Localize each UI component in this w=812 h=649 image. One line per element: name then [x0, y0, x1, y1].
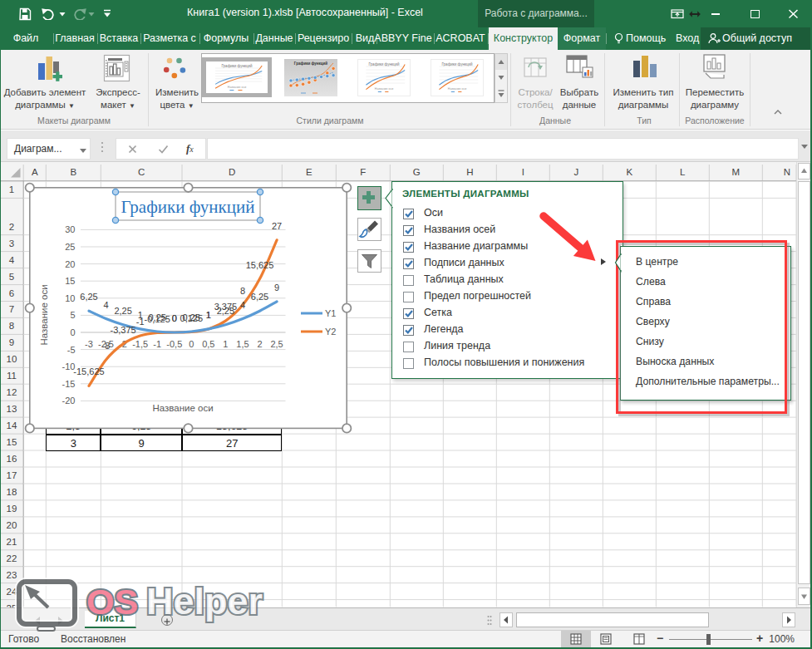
svg-text:27: 27 — [272, 221, 282, 231]
svg-text:12: 12 — [7, 387, 17, 397]
svg-text:6: 6 — [9, 288, 14, 298]
svg-text:-3: -3 — [85, 339, 93, 349]
svg-text:14: 14 — [7, 420, 17, 430]
svg-text:7: 7 — [9, 304, 14, 314]
svg-text:21: 21 — [7, 537, 17, 547]
svg-text:Название оси: Название оси — [152, 403, 213, 413]
svg-text:H: H — [466, 167, 473, 177]
svg-text:I: I — [522, 167, 524, 177]
svg-text:-1,5: -1,5 — [132, 339, 148, 349]
svg-text:20: 20 — [7, 520, 17, 530]
svg-text:1,5: 1,5 — [236, 339, 249, 349]
svg-text:2: 2 — [9, 222, 14, 232]
svg-text:E: E — [306, 167, 312, 177]
svg-text:N: N — [784, 167, 790, 177]
svg-text:17: 17 — [7, 470, 17, 480]
svg-text:3,375: 3,375 — [214, 302, 238, 312]
svg-text:1: 1 — [206, 310, 211, 320]
svg-text:0: 0 — [189, 339, 194, 349]
svg-text:0,125: 0,125 — [180, 313, 204, 323]
svg-text:-3,375: -3,375 — [110, 325, 135, 335]
svg-text:Y2: Y2 — [325, 327, 336, 337]
svg-text:0: 0 — [172, 313, 177, 323]
svg-text:B: B — [70, 167, 76, 177]
svg-text:8: 8 — [240, 286, 245, 296]
svg-text:C: C — [138, 167, 145, 177]
svg-text:L: L — [680, 167, 686, 177]
svg-text:0: 0 — [70, 327, 75, 337]
svg-text:25: 25 — [65, 242, 75, 252]
svg-text:Название оси: Название оси — [448, 87, 466, 91]
svg-text:2,25: 2,25 — [114, 306, 131, 316]
svg-text:Графики функций: Графики функций — [121, 197, 255, 217]
svg-text:6,25: 6,25 — [251, 292, 268, 302]
svg-text:D: D — [229, 167, 235, 177]
svg-text:5: 5 — [70, 310, 75, 320]
svg-text:9: 9 — [9, 337, 14, 347]
svg-text:4: 4 — [240, 300, 245, 310]
svg-text:-1: -1 — [136, 317, 145, 327]
svg-text:13: 13 — [7, 404, 17, 414]
svg-text:Название оси: Название оси — [39, 284, 49, 345]
svg-text:Название оси: Название оси — [375, 87, 393, 91]
svg-text:J: J — [573, 167, 578, 177]
svg-text:15,625: 15,625 — [246, 260, 274, 270]
svg-text:Название оси: Название оси — [228, 86, 246, 89]
svg-text:22: 22 — [7, 553, 17, 563]
svg-text:Графики функций: Графики функций — [368, 61, 400, 66]
svg-text:-15,625: -15,625 — [73, 366, 104, 376]
svg-text:10: 10 — [65, 293, 75, 303]
svg-text:15: 15 — [65, 276, 75, 286]
svg-text:1: 1 — [223, 339, 228, 349]
svg-text:Y1: Y1 — [325, 308, 336, 318]
svg-text:K: K — [626, 167, 632, 177]
svg-text:18: 18 — [7, 487, 17, 497]
svg-text:0,5: 0,5 — [202, 339, 214, 349]
svg-text:4: 4 — [9, 255, 15, 265]
svg-text:-1: -1 — [153, 339, 161, 349]
svg-text:2: 2 — [257, 339, 262, 349]
svg-text:4: 4 — [103, 300, 108, 310]
svg-text:-0,5: -0,5 — [166, 339, 182, 349]
svg-text:Helper: Helper — [146, 580, 263, 622]
svg-text:6,25: 6,25 — [80, 292, 97, 302]
svg-text:-15: -15 — [62, 379, 76, 389]
svg-text:5: 5 — [9, 272, 14, 282]
svg-text:-5: -5 — [67, 345, 76, 355]
svg-text:19: 19 — [7, 504, 17, 514]
svg-text:16: 16 — [7, 454, 17, 464]
svg-text:15: 15 — [7, 437, 17, 447]
svg-text:A: A — [32, 167, 38, 177]
svg-text:-20: -20 — [62, 396, 76, 406]
svg-text:9: 9 — [274, 283, 279, 293]
svg-text:F: F — [360, 167, 366, 177]
svg-text:Графики функций: Графики функций — [294, 61, 327, 66]
svg-text:10: 10 — [7, 354, 17, 364]
svg-text:G: G — [413, 167, 421, 177]
svg-text:Графики функций: Графики функций — [441, 61, 473, 66]
svg-text:1: 1 — [9, 184, 14, 194]
svg-text:2,5: 2,5 — [270, 339, 283, 349]
svg-text:Графики функций: Графики функций — [221, 63, 253, 68]
svg-text:30: 30 — [65, 224, 75, 234]
svg-text:11: 11 — [7, 371, 17, 381]
svg-text:-8: -8 — [102, 341, 111, 351]
svg-text:20: 20 — [65, 259, 75, 269]
svg-text:-0,125: -0,125 — [145, 314, 170, 324]
svg-text:3: 3 — [9, 238, 14, 248]
svg-text:OS: OS — [86, 582, 138, 622]
svg-text:M: M — [732, 167, 741, 177]
svg-text:8: 8 — [9, 321, 14, 331]
